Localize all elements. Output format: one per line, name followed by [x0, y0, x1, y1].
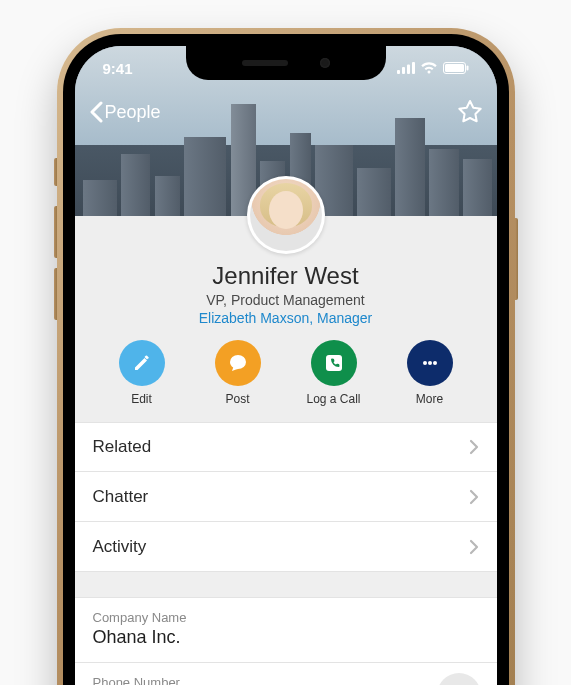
details: Company Name Ohana Inc. Phone Number (65… — [75, 598, 497, 685]
more-label: More — [416, 392, 443, 406]
section-list: Related Chatter Activity — [75, 422, 497, 572]
profile-header: Jennifer West VP, Product Management Eli… — [75, 216, 497, 422]
chevron-right-icon — [469, 539, 479, 555]
chat-bubble-icon — [227, 352, 249, 374]
contact-name: Jennifer West — [75, 262, 497, 290]
post-label: Post — [225, 392, 249, 406]
svg-rect-2 — [407, 65, 410, 75]
more-dots-icon — [419, 352, 441, 374]
more-button[interactable]: More — [399, 340, 461, 406]
volume-up-btn — [54, 206, 57, 258]
status-time: 9:41 — [103, 60, 133, 77]
field-label: Company Name — [93, 610, 479, 625]
action-row: Edit Post — [75, 340, 497, 406]
app-bar: People — [75, 90, 497, 134]
contact-title: VP, Product Management — [75, 292, 497, 308]
phone-square-icon — [322, 351, 346, 375]
pencil-icon — [131, 352, 153, 374]
post-button[interactable]: Post — [207, 340, 269, 406]
log-call-label: Log a Call — [306, 392, 360, 406]
svg-rect-6 — [466, 66, 468, 71]
svg-point-9 — [428, 361, 432, 365]
contact-manager[interactable]: Elizabeth Maxson, Manager — [75, 310, 497, 326]
svg-point-10 — [433, 361, 437, 365]
power-btn — [515, 218, 518, 300]
star-outline-icon — [457, 99, 483, 125]
phone-bezel: 9:41 — [63, 34, 509, 685]
row-chatter[interactable]: Chatter — [75, 472, 497, 522]
field-company[interactable]: Company Name Ohana Inc. — [75, 598, 497, 663]
edit-button[interactable]: Edit — [111, 340, 173, 406]
notch — [186, 46, 386, 80]
speaker-grille — [242, 60, 288, 66]
row-activity[interactable]: Activity — [75, 522, 497, 572]
chevron-right-icon — [469, 439, 479, 455]
edit-label: Edit — [131, 392, 152, 406]
svg-rect-5 — [445, 64, 464, 72]
svg-rect-3 — [412, 62, 415, 74]
svg-point-8 — [423, 361, 427, 365]
back-label: People — [105, 102, 161, 123]
avatar[interactable] — [247, 176, 325, 254]
field-phone[interactable]: Phone Number (650) 342-8923 — [75, 663, 497, 685]
favorite-button[interactable] — [457, 99, 483, 125]
section-divider — [75, 572, 497, 598]
screen: 9:41 — [75, 46, 497, 685]
battery-icon — [443, 62, 469, 74]
phone-frame: 9:41 — [57, 28, 515, 685]
log-call-button[interactable]: Log a Call — [303, 340, 365, 406]
chevron-right-icon — [469, 489, 479, 505]
field-label: Phone Number — [93, 675, 479, 685]
mute-switch — [54, 158, 57, 186]
row-label: Chatter — [93, 487, 149, 507]
row-label: Related — [93, 437, 152, 457]
svg-rect-1 — [402, 67, 405, 74]
front-camera — [320, 58, 330, 68]
back-button[interactable]: People — [89, 101, 161, 123]
row-related[interactable]: Related — [75, 422, 497, 472]
row-label: Activity — [93, 537, 147, 557]
svg-rect-0 — [397, 70, 400, 74]
cellular-icon — [397, 62, 415, 74]
volume-down-btn — [54, 268, 57, 320]
chevron-left-icon — [89, 101, 103, 123]
field-value: Ohana Inc. — [93, 627, 479, 648]
wifi-icon — [420, 62, 438, 74]
